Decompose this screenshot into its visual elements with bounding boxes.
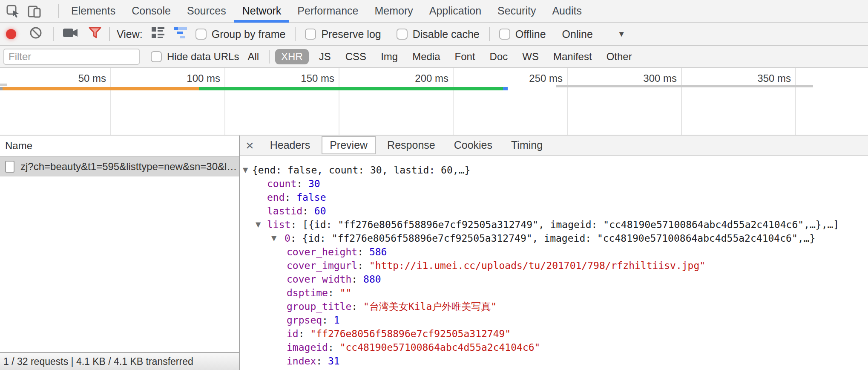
group-by-frame-toggle[interactable]: Group by frame xyxy=(195,28,286,40)
tab-sources[interactable]: Sources xyxy=(179,0,234,23)
filter-input[interactable] xyxy=(3,49,140,65)
main-area: Name zj?ch=beauty&t1=595&listtype=new&sn… xyxy=(0,136,868,370)
filter-type-font[interactable]: Font xyxy=(451,49,480,64)
tree-row-count[interactable]: count: 30 xyxy=(240,177,868,191)
request-detail-pane: × Headers Preview Response Cookies Timin… xyxy=(240,136,868,370)
clear-button[interactable] xyxy=(29,26,43,42)
device-toolbar-icon[interactable] xyxy=(27,4,42,18)
detail-tab-timing[interactable]: Timing xyxy=(504,137,550,153)
tree-value: "http://i1.umei.cc/uploads/tu/201701/798… xyxy=(369,260,705,271)
toolbar-separator xyxy=(53,27,54,41)
group-by-frame-checkbox[interactable] xyxy=(195,29,207,40)
filter-type-other[interactable]: Other xyxy=(602,49,636,64)
tick-300ms: 300 ms xyxy=(643,72,677,84)
tree-key: imageid xyxy=(287,342,328,353)
group-by-frame-label: Group by frame xyxy=(212,28,286,40)
expand-arrow-icon[interactable]: ▼ xyxy=(243,163,248,177)
filter-type-all[interactable]: All xyxy=(243,49,263,64)
detail-tab-cookies[interactable]: Cookies xyxy=(447,137,500,153)
disable-cache-label: Disable cache xyxy=(413,28,480,40)
offline-label: Offline xyxy=(515,28,546,40)
tab-memory[interactable]: Memory xyxy=(366,0,421,23)
gridline-200ms xyxy=(453,68,454,135)
dropdown-caret-icon: ▼ xyxy=(618,29,626,39)
tree-row-cover-width[interactable]: cover_width: 880 xyxy=(240,272,868,286)
inspect-element-icon[interactable] xyxy=(6,4,20,18)
tree-row-lastid[interactable]: lastid: 60 xyxy=(240,204,868,218)
colon: : xyxy=(285,192,297,203)
offline-checkbox[interactable] xyxy=(499,29,510,40)
tab-application[interactable]: Application xyxy=(421,0,489,23)
gridline-50ms xyxy=(110,68,111,135)
filter-type-img[interactable]: Img xyxy=(377,49,402,64)
tree-value: "" xyxy=(340,287,352,298)
tab-security[interactable]: Security xyxy=(489,0,544,23)
gridline-350ms xyxy=(795,68,796,135)
tree-row-root[interactable]: ▼ {end: false, count: 30, lastid: 60,…} xyxy=(240,163,868,177)
preserve-log-toggle[interactable]: Preserve log xyxy=(305,28,381,40)
tree-key: list xyxy=(267,219,290,230)
tree-value: 31 xyxy=(328,356,340,367)
filter-funnel-icon[interactable] xyxy=(88,26,102,42)
tree-row-index[interactable]: index: 31 xyxy=(240,354,868,368)
filter-type-ws[interactable]: WS xyxy=(518,49,543,64)
tab-performance[interactable]: Performance xyxy=(289,0,366,23)
record-button[interactable] xyxy=(6,29,16,39)
tree-row-item0[interactable]: ▼ 0: {id: "ff276e8056f58896e7cf92505a312… xyxy=(240,231,868,245)
filter-type-media[interactable]: Media xyxy=(408,49,444,64)
tree-value: 880 xyxy=(363,274,381,285)
tree-row-partial[interactable]: is_vote: 0 xyxy=(240,368,868,370)
throttling-dropdown[interactable]: Online ▼ xyxy=(562,28,626,40)
toolbar-separator xyxy=(295,27,296,41)
tree-row-group-title[interactable]: group_title: "台湾美女Kila户外唯美写真" xyxy=(240,300,868,313)
filter-type-doc[interactable]: Doc xyxy=(486,49,512,64)
overview-orange-bar xyxy=(3,87,199,90)
expand-arrow-icon[interactable]: ▼ xyxy=(271,231,276,245)
filter-type-js[interactable]: JS xyxy=(315,49,335,64)
tick-50ms: 50 ms xyxy=(78,72,106,84)
tree-row-cover-imgurl[interactable]: cover_imgurl: "http://i1.umei.cc/uploads… xyxy=(240,259,868,272)
tree-key: id xyxy=(287,328,299,339)
tree-row-end[interactable]: end: false xyxy=(240,191,868,204)
offline-toggle[interactable]: Offline xyxy=(499,28,546,40)
overview-waterfall-icon[interactable] xyxy=(174,27,188,41)
expand-arrow-icon[interactable]: ▼ xyxy=(256,218,261,231)
tree-key: grpseq xyxy=(287,315,322,326)
filter-bar: Hide data URLs All XHR JS CSS Img Media … xyxy=(0,46,868,68)
tick-350ms: 350 ms xyxy=(757,72,791,84)
disable-cache-checkbox[interactable] xyxy=(397,29,408,40)
detail-tab-preview[interactable]: Preview xyxy=(322,136,376,154)
filter-type-css[interactable]: CSS xyxy=(341,49,371,64)
tree-key: 0 xyxy=(285,233,290,244)
tree-value: "ff276e8056f58896e7cf92505a312749" xyxy=(310,328,511,339)
colon: : xyxy=(290,219,302,230)
tree-row-imageid[interactable]: imageid: "cc48190e57100864abc4d55a2c4104… xyxy=(240,341,868,354)
close-icon[interactable]: × xyxy=(240,139,261,152)
tree-row-id[interactable]: id: "ff276e8056f58896e7cf92505a312749" xyxy=(240,327,868,341)
capture-screenshots-icon[interactable] xyxy=(62,27,78,41)
tree-key: cover_height xyxy=(287,246,357,257)
request-row-selected[interactable]: zj?ch=beauty&t1=595&listtype=new&sn=30&l… xyxy=(0,157,239,176)
name-column-header[interactable]: Name xyxy=(0,136,239,157)
tree-row-grpseq[interactable]: grpseq: 1 xyxy=(240,313,868,327)
tree-row-dsptime[interactable]: dsptime: "" xyxy=(240,286,868,300)
tab-network[interactable]: Network xyxy=(234,0,290,23)
large-rows-view-icon[interactable] xyxy=(151,26,165,42)
preserve-log-checkbox[interactable] xyxy=(305,29,316,40)
detail-tab-response[interactable]: Response xyxy=(380,137,443,153)
timeline-overview[interactable]: 50 ms 100 ms 150 ms 200 ms 250 ms 300 ms… xyxy=(0,68,868,136)
disable-cache-toggle[interactable]: Disable cache xyxy=(397,28,480,40)
tree-value: 586 xyxy=(369,246,387,257)
overview-blue-tip xyxy=(503,87,508,90)
tab-elements[interactable]: Elements xyxy=(63,0,124,23)
detail-tab-headers[interactable]: Headers xyxy=(263,137,318,153)
tab-console[interactable]: Console xyxy=(124,0,179,23)
tab-audits[interactable]: Audits xyxy=(544,0,589,23)
request-name: zj?ch=beauty&t1=595&listtype=new&sn=30&l… xyxy=(20,161,237,173)
tree-row-list[interactable]: ▼ list: [{id: "ff276e8056f58896e7cf92505… xyxy=(240,218,868,231)
colon: : xyxy=(290,233,302,244)
filter-type-xhr[interactable]: XHR xyxy=(275,49,309,64)
filter-type-manifest[interactable]: Manifest xyxy=(549,49,596,64)
hide-data-urls-checkbox[interactable] xyxy=(151,51,162,62)
tree-row-cover-height[interactable]: cover_height: 586 xyxy=(240,245,868,259)
